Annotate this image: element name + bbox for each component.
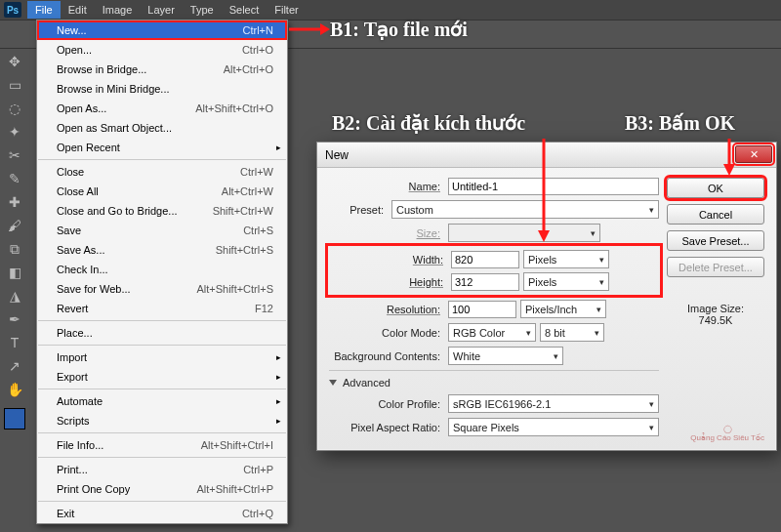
tool-heal[interactable]: ✚ <box>2 191 27 213</box>
dialog-close-button[interactable]: ✕ <box>735 145 772 163</box>
menubar: Ps FileEditImageLayerTypeSelectFilter <box>0 0 781 20</box>
menu-layer[interactable]: Layer <box>140 1 183 19</box>
resolution-unit-select[interactable]: Pixels/Inch <box>520 300 606 318</box>
bgcontents-label: Background Contents: <box>329 350 444 362</box>
colormode-select[interactable]: RGB Color <box>448 323 536 342</box>
menu-image[interactable]: Image <box>95 1 141 19</box>
new-dialog: New ✕ Name: Preset: Custom Size: Width: … <box>316 142 777 451</box>
size-label: Size: <box>329 227 444 239</box>
menu-select[interactable]: Select <box>222 1 267 19</box>
height-label: Height: <box>332 276 447 288</box>
height-input[interactable] <box>451 273 519 291</box>
menuitem-scripts[interactable]: Scripts <box>37 411 287 430</box>
colormode-label: Color Mode: <box>329 327 444 339</box>
bgcontents-select[interactable]: White <box>448 347 563 365</box>
menuitem-close[interactable]: CloseCtrl+W <box>37 162 287 182</box>
tool-brush[interactable]: 🖌 <box>2 215 27 236</box>
foreground-swatch[interactable] <box>4 408 25 430</box>
menuitem-open-as-smart-object[interactable]: Open as Smart Object... <box>37 118 287 138</box>
tool-stamp[interactable]: ⧉ <box>2 238 27 260</box>
size-select <box>448 224 600 242</box>
pixelaspect-select[interactable]: Square Pixels <box>448 418 659 436</box>
pixelaspect-label: Pixel Aspect Ratio: <box>329 422 444 433</box>
menu-filter[interactable]: Filter <box>267 1 306 19</box>
menuitem-save-as[interactable]: Save As...Shift+Ctrl+S <box>37 240 287 260</box>
save-preset-button[interactable]: Save Preset... <box>667 230 764 251</box>
tool-eyedrop[interactable]: ✎ <box>2 168 27 189</box>
menu-file[interactable]: File <box>27 1 61 19</box>
menu-separator <box>38 501 286 502</box>
menuitem-revert[interactable]: RevertF12 <box>37 299 287 318</box>
tool-wand[interactable]: ✦ <box>2 121 27 143</box>
height-unit-select[interactable]: Pixels <box>523 272 609 291</box>
annotation-b2: B2: Cài đặt kích thước <box>332 111 525 135</box>
menuitem-check-in[interactable]: Check In... <box>37 260 287 279</box>
tool-path[interactable]: ↗ <box>2 355 27 377</box>
menuitem-close-and-go-to-bridge[interactable]: Close and Go to Bridge...Shift+Ctrl+W <box>37 201 287 221</box>
name-input[interactable] <box>448 178 659 195</box>
file-menu-dropdown: New...Ctrl+NOpen...Ctrl+OBrowse in Bridg… <box>36 20 288 524</box>
menuitem-import[interactable]: Import <box>37 348 287 367</box>
tool-move[interactable]: ✥ <box>2 51 27 72</box>
tool-lasso[interactable]: ◌ <box>2 98 27 119</box>
tool-marquee[interactable]: ▭ <box>2 74 27 96</box>
cancel-button[interactable]: Cancel <box>667 204 764 225</box>
tool-eraser[interactable]: ◧ <box>2 262 27 283</box>
menuitem-print[interactable]: Print...Ctrl+P <box>37 460 287 479</box>
menuitem-export[interactable]: Export <box>37 367 287 387</box>
menu-separator <box>38 432 286 433</box>
menuitem-open-as[interactable]: Open As...Alt+Shift+Ctrl+O <box>37 99 287 118</box>
menuitem-new[interactable]: New...Ctrl+N <box>37 20 287 40</box>
resolution-label: Resolution: <box>329 304 444 315</box>
ok-button[interactable]: OK <box>667 178 764 198</box>
menuitem-browse-in-bridge[interactable]: Browse in Bridge...Alt+Ctrl+O <box>37 60 287 79</box>
preset-select[interactable]: Custom <box>391 200 659 219</box>
tool-bucket[interactable]: ◮ <box>2 285 27 307</box>
image-size-readout: Image Size: 749.5K <box>667 303 764 326</box>
menuitem-automate[interactable]: Automate <box>37 391 287 411</box>
disclosure-triangle-icon <box>329 380 337 386</box>
width-input[interactable] <box>451 251 519 268</box>
bitdepth-select[interactable]: 8 bit <box>540 323 604 342</box>
annotation-b3: B3: Bấm OK <box>625 111 735 135</box>
tool-column: ✥▭◌✦✂✎✚🖌⧉◧◮✒T↗✋ <box>2 51 29 435</box>
menuitem-close-all[interactable]: Close AllAlt+Ctrl+W <box>37 182 287 201</box>
colorprofile-label: Color Profile: <box>329 398 444 410</box>
dimension-highlight: Width: Pixels Height: Pixels <box>329 247 659 294</box>
watermark: ◯Quảng Cáo Siêu Tốc <box>690 425 764 442</box>
advanced-toggle[interactable]: Advanced <box>329 377 659 389</box>
width-label: Width: <box>332 254 447 266</box>
colorprofile-select[interactable]: sRGB IEC61966-2.1 <box>448 394 659 413</box>
menu-edit[interactable]: Edit <box>61 1 95 19</box>
menuitem-browse-in-mini-bridge[interactable]: Browse in Mini Bridge... <box>37 79 287 99</box>
menuitem-save[interactable]: SaveCtrl+S <box>37 221 287 240</box>
resolution-input[interactable] <box>448 301 516 318</box>
delete-preset-button: Delete Preset... <box>667 257 764 277</box>
menu-separator <box>38 389 286 389</box>
app-logo: Ps <box>4 2 21 18</box>
width-unit-select[interactable]: Pixels <box>523 250 609 268</box>
tool-crop[interactable]: ✂ <box>2 144 27 166</box>
menu-separator <box>38 320 286 321</box>
menu-separator <box>38 345 286 346</box>
tool-text[interactable]: T <box>2 332 27 353</box>
dialog-title: New <box>325 148 349 162</box>
menuitem-exit[interactable]: ExitCtrl+Q <box>37 504 287 523</box>
menuitem-file-info[interactable]: File Info...Alt+Shift+Ctrl+I <box>37 435 287 455</box>
menuitem-save-for-web[interactable]: Save for Web...Alt+Shift+Ctrl+S <box>37 279 287 299</box>
dialog-titlebar[interactable]: New ✕ <box>317 143 776 168</box>
menu-separator <box>38 159 286 160</box>
menuitem-print-one-copy[interactable]: Print One CopyAlt+Shift+Ctrl+P <box>37 479 287 499</box>
preset-label: Preset: <box>329 204 388 216</box>
tool-pen[interactable]: ✒ <box>2 308 27 330</box>
name-label: Name: <box>329 181 444 192</box>
menuitem-place[interactable]: Place... <box>37 323 287 343</box>
menuitem-open[interactable]: Open...Ctrl+O <box>37 40 287 60</box>
menu-separator <box>38 457 286 458</box>
menu-type[interactable]: Type <box>183 1 222 19</box>
tool-hand[interactable]: ✋ <box>2 379 27 400</box>
menuitem-open-recent[interactable]: Open Recent <box>37 138 287 157</box>
